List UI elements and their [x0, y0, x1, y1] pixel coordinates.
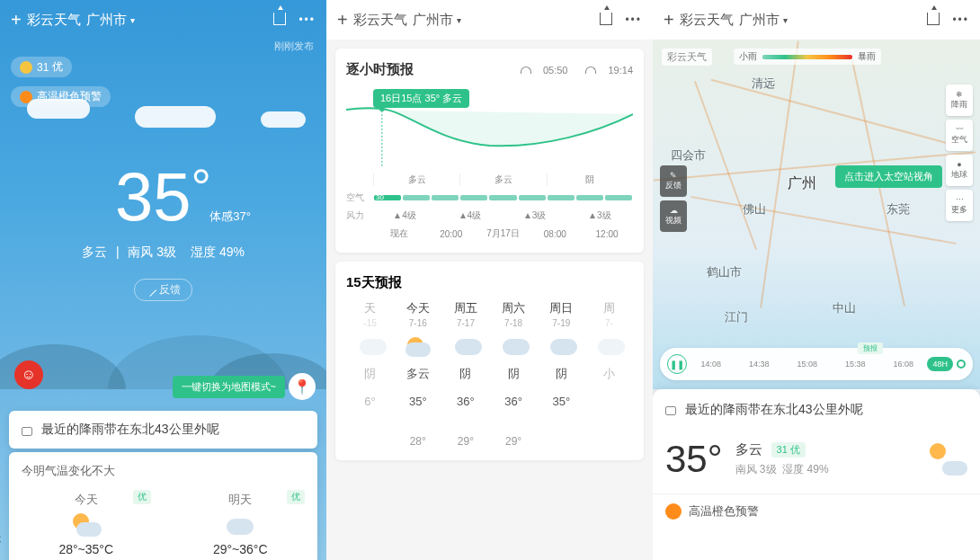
forecast15-title: 15天预报: [346, 274, 633, 300]
video-button[interactable]: ☁视频: [660, 200, 687, 232]
share-icon[interactable]: [273, 13, 288, 27]
day-col[interactable]: 周7- 小: [585, 300, 633, 448]
sunset-icon: [585, 67, 596, 74]
day-col[interactable]: 今天7-16 多云35°28°: [394, 300, 441, 448]
city-label[interactable]: 广州市: [739, 12, 780, 29]
rain-card[interactable]: 最近的降雨带在东北43公里外呢: [9, 411, 317, 449]
more-icon[interactable]: •••: [952, 13, 969, 26]
cloudy-icon: [225, 513, 255, 537]
temp-hint: 今明气温变化不大: [9, 463, 317, 488]
add-city-icon[interactable]: +: [11, 10, 22, 31]
weather-map[interactable]: 彩云天气 小雨暴雨 清远 四会市 广州 佛山 东莞 鹤山市 中山 江门 ❄降雨 …: [653, 40, 980, 389]
two-day-card: 优 36°C 今明气温变化不大 今天 优 28°~35°C 明天 优 29°~3…: [9, 452, 317, 560]
tomorrow-col[interactable]: 明天 优 29°~36°C: [164, 488, 318, 560]
humidity: 湿度 49%: [185, 244, 250, 259]
wind-arrow-icon: [525, 213, 530, 218]
city-label[interactable]: 广州市: [413, 12, 453, 29]
more-icon[interactable]: •••: [625, 13, 642, 26]
map-timeline[interactable]: 预报 ❚❚ 14:08 14:38 15:08 15:38 16:08 48H: [660, 348, 973, 380]
share-icon[interactable]: [927, 13, 941, 27]
feedback-button[interactable]: 反馈: [134, 279, 192, 301]
share-icon[interactable]: [600, 13, 614, 27]
chevron-down-icon[interactable]: ▾: [457, 15, 461, 25]
alert-text: 高温橙色预警: [37, 89, 102, 104]
day-col[interactable]: 周五7-17 阴36°29°: [441, 300, 489, 448]
alert-icon: [20, 91, 32, 103]
tomorrow-range: 29°~36°C: [164, 542, 318, 556]
aqi-value: 31: [37, 61, 49, 74]
locate-icon[interactable]: [957, 360, 966, 369]
condition: 多云: [76, 244, 112, 259]
cloudy-icon: [548, 337, 574, 357]
city-label-guangzhou: 广州: [788, 174, 816, 193]
chevron-down-icon[interactable]: ▾: [783, 15, 788, 25]
aqi-badge: 31 优: [771, 442, 806, 458]
city-label[interactable]: 广州市: [86, 12, 127, 29]
header: + 彩云天气 广州市 ▾ •••: [653, 0, 980, 40]
add-city-icon[interactable]: +: [337, 10, 348, 31]
add-city-icon[interactable]: +: [664, 10, 674, 31]
today-col[interactable]: 今天 优 28°~35°C: [9, 488, 164, 560]
hourly-title: 逐小时预报: [346, 61, 414, 78]
partly-cloudy-icon: [928, 443, 967, 476]
city-label-qingyuan: 清远: [752, 76, 775, 92]
map-layer-buttons: ❄降雨 〰空气 ●地球 ⋯更多: [946, 84, 973, 225]
wind-arrow-icon: [590, 213, 595, 218]
today-aqi-badge: 优: [133, 490, 151, 504]
condition: 多云: [735, 441, 762, 458]
temp-value: 35: [115, 158, 192, 235]
hourly-times: 现在 20:00 7月17日 08:00 12:00: [346, 227, 633, 240]
aqi-badge[interactable]: 31 优: [11, 57, 72, 77]
rain-line[interactable]: 最近的降雨带在东北43公里外呢: [653, 389, 980, 431]
more-icon[interactable]: •••: [298, 13, 316, 26]
today-range: 28°~35°C: [9, 542, 164, 556]
cloudy-icon: [453, 337, 478, 357]
map-bottom-sheet: 最近的降雨带在东北43公里外呢 35° 多云 31 优 南风 3级 湿度 49%…: [653, 389, 980, 560]
hourly-card: 逐小时预报 05:50 19:14 16日15点 35° 多云 多云 多云 阴 …: [335, 49, 644, 253]
city-label-heshan: 鹤山市: [707, 264, 742, 280]
panel-forecast: + 彩云天气 广州市 ▾ ••• 逐小时预报 05:50 19:14 16日15…: [326, 0, 653, 560]
partly-cloudy-icon: [71, 513, 102, 537]
alert-row[interactable]: 高温橙色预警: [653, 493, 980, 520]
rain-message: 最近的降雨带在东北43公里外呢: [41, 422, 219, 438]
forecast-tag: 预报: [858, 342, 883, 354]
layer-air-button[interactable]: 〰空气: [946, 120, 973, 151]
forecast15-days[interactable]: 天-15 阴6° 今天7-16 多云35°28° 周五7-17 阴36°29° …: [346, 300, 633, 448]
panel-map: + 彩云天气 广州市 ▾ ••• 彩云天气 小雨暴雨 清远 四会市 广州 佛山 …: [653, 0, 980, 560]
day-col[interactable]: 天-15 阴6°: [346, 300, 394, 448]
feedback-button[interactable]: ✎反馈: [660, 165, 687, 197]
weather-alert[interactable]: 高温橙色预警: [11, 86, 111, 107]
feels-like: 体感37°: [209, 209, 251, 225]
wind-humidity: 南风 3级 湿度 49%: [735, 462, 928, 477]
map-roads: [653, 40, 980, 389]
chevron-down-icon[interactable]: ▾: [130, 15, 135, 25]
hourly-chart[interactable]: 16日15点 35° 多云: [346, 96, 633, 168]
map-mode-toggle[interactable]: 一键切换为地图模式~ 📍: [173, 373, 316, 400]
partly-cloudy-icon: [405, 337, 431, 357]
share-fab[interactable]: ☺: [14, 360, 43, 389]
rain-message: 最近的降雨带在东北43公里外呢: [685, 402, 863, 418]
location-pin-icon: 📍: [289, 373, 316, 400]
hourly-wind: 风力 4级 4级 3级 3级: [346, 209, 633, 222]
wind-arrow-icon: [395, 213, 400, 218]
speaker-icon: [22, 423, 34, 436]
hourly-aqi: 空气: [346, 191, 633, 204]
layer-more-button[interactable]: ⋯更多: [946, 190, 973, 221]
layer-rain-button[interactable]: ❄降雨: [946, 84, 973, 116]
brand-label: 彩云天气: [680, 12, 734, 29]
pause-icon[interactable]: ❚❚: [667, 354, 687, 374]
face-icon: [20, 61, 32, 74]
space-view-tip[interactable]: 点击进入太空站视角: [835, 165, 942, 188]
brand-label: 彩云天气: [353, 12, 407, 29]
48h-button[interactable]: 48H: [927, 357, 953, 371]
map-action-buttons: ✎反馈 ☁视频: [660, 165, 687, 236]
day-col[interactable]: 周日7-19 阴35°: [538, 300, 585, 448]
wind: 南风 3级: [122, 244, 182, 259]
layer-earth-button[interactable]: ●地球: [946, 155, 973, 186]
cloudy-icon: [596, 337, 621, 357]
map-mode-label: 一键切换为地图模式~: [173, 376, 285, 398]
header: + 彩云天气 广州市 ▾ •••: [326, 0, 653, 40]
day-col[interactable]: 周六7-18 阴36°29°: [490, 300, 538, 448]
alert-text: 高温橙色预警: [689, 503, 759, 520]
temp-big: 35°: [665, 438, 723, 481]
